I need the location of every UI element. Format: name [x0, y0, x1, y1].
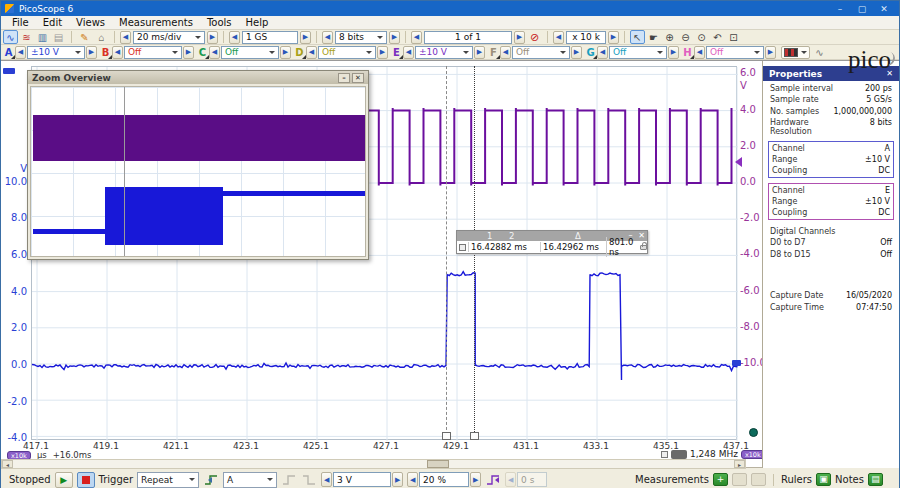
rising-edge-button[interactable]	[281, 473, 297, 487]
delete-measurement-button[interactable]	[751, 473, 766, 486]
close-button[interactable]: ✕	[873, 4, 895, 14]
menu-item[interactable]: Edit	[36, 17, 69, 28]
trigger-marker[interactable]	[749, 428, 758, 437]
timebase-prev-button[interactable]: ◀	[120, 31, 131, 44]
zoom-region-indicator[interactable]	[124, 87, 125, 256]
channel-range-select[interactable]: Off	[318, 46, 376, 59]
alternate-mode-button[interactable]: ▤	[51, 30, 66, 44]
scope-mode-button[interactable]: ∿	[3, 30, 18, 44]
channel-range-down-button[interactable]: ◀	[209, 46, 220, 59]
persistence-mode-button[interactable]: ≋	[19, 30, 34, 44]
channel-options-button[interactable]: B	[100, 47, 111, 58]
menu-item[interactable]: Help	[239, 17, 276, 28]
delay-input[interactable]: 0 s	[517, 472, 547, 487]
resolution-up-button[interactable]: ▶	[389, 31, 400, 44]
channel-options-button[interactable]: F	[488, 47, 499, 58]
channel-range-up-button[interactable]: ▶	[474, 46, 485, 59]
signal-generator-button[interactable]: ∿	[812, 45, 827, 59]
channel-options-button[interactable]: C	[197, 47, 208, 58]
time-ruler-2-handle[interactable]	[470, 432, 479, 440]
resolution-down-button[interactable]: ◀	[322, 31, 333, 44]
zoom-overview-window[interactable]: Zoom Overview – ✕	[27, 70, 369, 260]
menu-item[interactable]: File	[5, 17, 36, 28]
channel-options-button[interactable]: A	[3, 47, 14, 58]
trigger-source-select[interactable]: A	[223, 472, 277, 488]
channel-range-up-button[interactable]: ▶	[280, 46, 291, 59]
menu-item[interactable]: Views	[69, 17, 112, 28]
samples-up-button[interactable]: ▶	[300, 31, 311, 44]
buffer-prev-button[interactable]: ◀	[411, 31, 422, 44]
delay-down-button[interactable]: ◀	[505, 472, 516, 487]
channel-range-down-button[interactable]: ◀	[597, 46, 608, 59]
edit-measurement-button[interactable]	[732, 473, 747, 486]
lock-icon[interactable]	[640, 245, 647, 250]
minimize-button[interactable]: –	[338, 73, 350, 83]
time-ruler-1-handle[interactable]	[442, 432, 451, 440]
trigger-level-up-button[interactable]: ▶	[392, 472, 403, 487]
stop-capture-button[interactable]	[77, 472, 95, 488]
samples-down-button[interactable]: ◀	[229, 31, 240, 44]
undo-zoom-tool[interactable]: ↶	[710, 30, 725, 44]
ruler-legend[interactable]: 1 2 Δ – ✕ 16.42882 ms 16.42962 ms 801.0 …	[456, 230, 648, 254]
add-measurement-button[interactable]: +	[713, 473, 728, 486]
channel-range-up-button[interactable]: ▶	[183, 46, 194, 59]
channel-range-up-button[interactable]: ▶	[668, 46, 679, 59]
resolution-select[interactable]: 8 bits	[335, 31, 387, 44]
zoom-out-tool[interactable]: ⊖	[678, 30, 693, 44]
start-capture-button[interactable]: ▶	[55, 472, 73, 488]
samples-input[interactable]: 1 GS	[242, 31, 298, 44]
notes-button[interactable]: ▤	[868, 473, 883, 486]
zoom-overview-canvas[interactable]	[30, 86, 366, 257]
buffer-navigator-button[interactable]: ⊘	[527, 30, 542, 44]
maximize-button[interactable]: ▢	[851, 4, 873, 14]
hand-tool[interactable]: ☛	[646, 30, 661, 44]
pretrigger-up-button[interactable]: ▶	[470, 472, 481, 487]
minimize-button[interactable]: –	[829, 4, 851, 14]
channel-range-select[interactable]: ±10 V	[415, 46, 473, 59]
channel-options-button[interactable]: G	[585, 47, 596, 58]
timebase-next-button[interactable]: ▶	[207, 31, 218, 44]
zoom-factor-input[interactable]: x 10 k	[566, 31, 606, 44]
zoom-overview-titlebar[interactable]: Zoom Overview – ✕	[28, 71, 368, 84]
probe-setup-button[interactable]: ✎	[77, 30, 92, 44]
rulers-settings-button[interactable]: ▣	[816, 473, 831, 486]
channel-range-select[interactable]: Off	[221, 46, 279, 59]
select-tool[interactable]: ↖	[630, 30, 645, 44]
channel-a-axis-marker[interactable]	[3, 68, 15, 74]
channel-range-down-button[interactable]: ◀	[500, 46, 511, 59]
time-ruler-1[interactable]	[446, 66, 447, 440]
frequency-legend[interactable]: 1,248 MHz x10k	[661, 449, 765, 459]
digital-inputs-button[interactable]	[781, 46, 810, 59]
channel-range-select[interactable]: Off	[124, 46, 182, 59]
zoom-full-tool[interactable]: ⊙	[694, 30, 709, 44]
buffer-position[interactable]: 1 of 1	[424, 31, 512, 44]
marquee-zoom-tool[interactable]: ⊡	[726, 30, 741, 44]
channel-range-down-button[interactable]: ◀	[15, 46, 26, 59]
zoom-in-tool[interactable]: ⊕	[662, 30, 677, 44]
post-trigger-delay-button[interactable]	[485, 473, 501, 487]
trigger-level-down-button[interactable]: ◀	[321, 472, 332, 487]
menu-item[interactable]: Measurements	[112, 17, 200, 28]
scrollbar-thumb[interactable]	[427, 460, 449, 468]
buffer-next-button[interactable]: ▶	[514, 31, 525, 44]
trigger-level-input[interactable]: 3 V	[333, 472, 391, 487]
channel-range-up-button[interactable]: ▶	[86, 46, 97, 59]
scroll-right-button[interactable]: ▸	[734, 460, 745, 468]
channel-range-select[interactable]: ±10 V	[27, 46, 85, 59]
timebase-select[interactable]: 20 ms/div	[133, 31, 205, 44]
horizontal-scrollbar[interactable]: ◂ ▸	[1, 459, 746, 469]
zoom-out-step-button[interactable]: ◀	[553, 31, 564, 44]
zoom-in-step-button[interactable]: ▶	[608, 31, 619, 44]
advanced-trigger-button[interactable]	[203, 473, 219, 487]
channel-range-up-button[interactable]: ▶	[377, 46, 388, 59]
channel-range-select[interactable]: Off	[609, 46, 667, 59]
channel-options-button[interactable]: D	[294, 47, 305, 58]
channel-range-down-button[interactable]: ◀	[403, 46, 414, 59]
scroll-left-button[interactable]: ◂	[2, 460, 13, 468]
channel-range-select[interactable]: Off	[512, 46, 570, 59]
home-button[interactable]: ⌂	[94, 30, 109, 44]
channel-options-button[interactable]: E	[391, 47, 402, 58]
channel-range-down-button[interactable]: ◀	[112, 46, 123, 59]
pretrigger-input[interactable]: 20 %	[419, 472, 469, 487]
pretrigger-down-button[interactable]: ◀	[407, 472, 418, 487]
